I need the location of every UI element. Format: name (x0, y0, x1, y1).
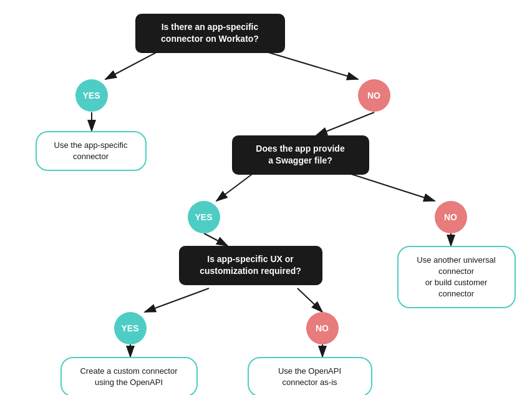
no-circle-2: NO (435, 201, 467, 233)
svg-line-5 (216, 173, 254, 201)
no-circle-3: NO (306, 312, 339, 344)
svg-line-6 (347, 173, 435, 201)
no-circle-1: NO (358, 79, 390, 112)
yes-circle-2: YES (188, 201, 220, 233)
yes-circle-1: YES (75, 79, 108, 112)
svg-line-10 (297, 288, 322, 312)
question-2: Does the app providea Swagger file? (232, 135, 369, 175)
use-app-specific-node: Use the app-specificconnector (36, 131, 147, 171)
yes-circle-3: YES (114, 312, 147, 344)
use-universal-node: Use another universal connectoror build … (397, 246, 516, 309)
svg-line-4 (316, 112, 374, 135)
svg-line-7 (204, 233, 228, 246)
question-3: Is app-specific UX orcustomization requi… (179, 246, 322, 285)
flowchart-diagram: Is there an app-specificconnector on Wor… (11, 7, 522, 388)
question-1: Is there an app-specificconnector on Wor… (135, 14, 285, 53)
use-openapi-node: Use the OpenAPIconnector as-is (248, 357, 372, 396)
create-custom-node: Create a custom connectorusing the OpenA… (60, 357, 198, 396)
svg-line-9 (145, 288, 209, 312)
